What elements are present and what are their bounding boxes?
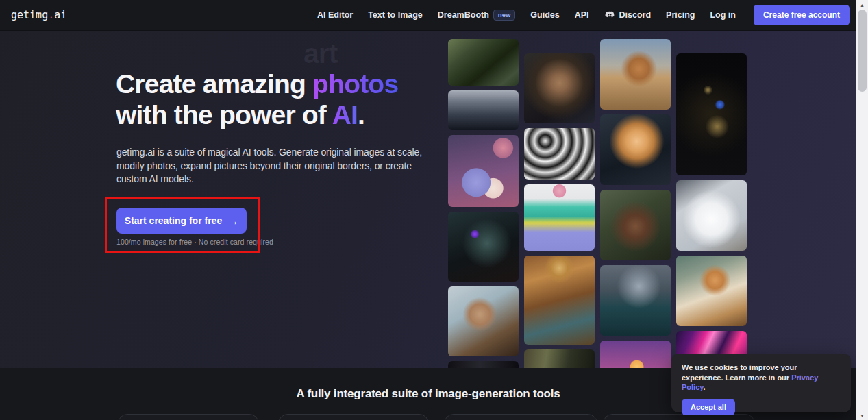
nav-item-dreambooth[interactable]: DreamBoothnew — [438, 10, 516, 21]
nav-item-label: Pricing — [666, 10, 695, 20]
hero-title-accent-photos: photos — [312, 69, 398, 99]
tool-card — [118, 414, 259, 420]
gallery-column — [676, 53, 747, 368]
start-creating-button[interactable]: Start creating for free → — [116, 208, 247, 234]
accept-all-button[interactable]: Accept all — [682, 399, 735, 415]
pink-hair-puffer-jacket — [524, 184, 595, 251]
nav-item-ai-editor[interactable]: AI Editor — [317, 10, 353, 20]
cyborg-woman-portrait — [448, 212, 519, 282]
dramatic-clouds — [448, 90, 519, 130]
cookie-message-text: We use cookies to improve your experienc… — [682, 363, 797, 382]
hero-cta-subtext: 100/mo images for free · No credit card … — [116, 238, 273, 246]
long-haired-man-portrait — [524, 53, 595, 123]
bunny-hug-illustration — [448, 135, 519, 207]
cookie-message: We use cookies to improve your experienc… — [682, 362, 841, 393]
new-badge: new — [493, 10, 515, 21]
nav-item-guides[interactable]: Guides — [530, 10, 559, 20]
tool-card — [278, 414, 429, 420]
nav-item-label: Guides — [530, 10, 559, 20]
scrollbar-thumb[interactable] — [858, 10, 867, 92]
nav-item-label: DreamBooth — [438, 10, 489, 20]
smiling-man-portrait — [600, 190, 671, 260]
brand-logo[interactable]: getimg.ai — [11, 9, 66, 21]
top-navbar: getimg.ai AI Editor Text to Image DreamB… — [0, 0, 856, 31]
scrollbar-down-arrow[interactable]: ▼ — [856, 410, 868, 420]
dog-sunglasses-beach — [600, 39, 671, 110]
hero-title: Create amazing photos with the power of … — [116, 69, 398, 130]
nav-item-login[interactable]: Log in — [710, 10, 736, 20]
hero-description: getimg.ai is a suite of magical AI tools… — [116, 146, 426, 186]
hero-ghost-word: art — [303, 38, 337, 70]
brand-suffix: ai — [54, 9, 66, 21]
page: getimg.ai AI Editor Text to Image DreamB… — [0, 0, 868, 420]
nav-item-label: Discord — [619, 10, 652, 20]
gallery-column — [600, 39, 671, 368]
nav-item-label: Log in — [710, 10, 736, 20]
nav-item-label: Text to Image — [368, 10, 423, 20]
hamster-astronaut — [600, 114, 671, 185]
nav-item-api[interactable]: API — [575, 10, 589, 20]
abstract-bw-pattern — [524, 128, 595, 180]
nav-item-pricing[interactable]: Pricing — [666, 10, 695, 20]
cat-fancy-table — [676, 256, 747, 326]
gallery-column — [448, 39, 519, 368]
scrollbar-up-arrow[interactable]: ▲ — [856, 0, 868, 10]
arrow-right-icon: → — [228, 215, 238, 227]
stormy-ocean — [600, 265, 671, 336]
hero-title-text: with the power of — [116, 100, 332, 129]
brand-prefix: getimg — [11, 9, 48, 21]
gallery-column — [524, 53, 595, 368]
garden-landscape-painting — [448, 39, 519, 86]
nav-item-text-to-image[interactable]: Text to Image — [368, 10, 423, 20]
hero-title-period: . — [358, 100, 364, 129]
gold-flower-sculpture — [676, 53, 747, 175]
nav-links: AI Editor Text to Image DreamBoothnew Gu… — [317, 5, 850, 25]
brand-dot: . — [48, 9, 54, 21]
nav-item-label: API — [575, 10, 589, 20]
cookie-message-period: . — [704, 383, 706, 391]
discord-icon — [604, 10, 615, 21]
cookie-banner: We use cookies to improve your experienc… — [671, 354, 851, 412]
tool-card — [444, 414, 597, 420]
ornate-armored-warrior — [524, 256, 595, 345]
girl-beach-portrait — [448, 286, 519, 356]
nav-item-discord[interactable]: Discord — [604, 10, 652, 21]
hero-title-text: Create amazing — [116, 69, 312, 99]
scrollbar: ▲ ▼ — [856, 0, 868, 420]
white-sneaker — [676, 180, 747, 251]
create-free-account-button[interactable]: Create free account — [754, 5, 850, 25]
start-creating-label: Start creating for free — [125, 215, 222, 226]
hero-title-accent-ai: AI — [332, 100, 358, 129]
nav-item-label: AI Editor — [317, 10, 353, 20]
gallery — [448, 39, 749, 368]
